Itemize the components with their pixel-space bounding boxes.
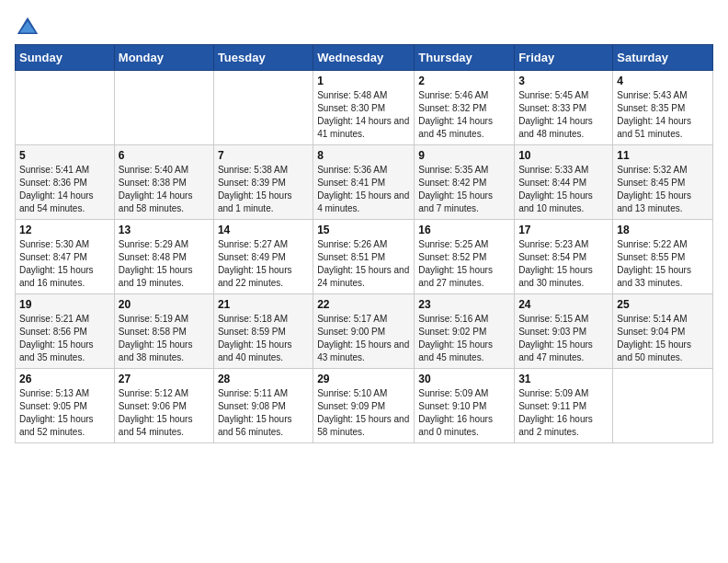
day-number: 17 [518,224,609,236]
logo-icon [15,15,40,40]
calendar-week-row: 1Sunrise: 5:48 AMSunset: 8:30 PMDaylight… [16,71,713,145]
calendar-cell: 27Sunrise: 5:12 AMSunset: 9:06 PMDayligh… [114,369,213,443]
day-info: Sunrise: 5:10 AMSunset: 9:09 PMDaylight:… [317,387,410,439]
weekday-header: Thursday [415,45,515,71]
calendar-cell: 15Sunrise: 5:26 AMSunset: 8:51 PMDayligh… [313,220,415,294]
calendar-cell: 30Sunrise: 5:09 AMSunset: 9:10 PMDayligh… [415,369,515,443]
day-number: 12 [19,224,110,236]
day-info: Sunrise: 5:30 AMSunset: 8:47 PMDaylight:… [19,238,110,290]
calendar-cell: 28Sunrise: 5:11 AMSunset: 9:08 PMDayligh… [213,369,313,443]
day-number: 7 [218,149,309,162]
calendar-week-row: 19Sunrise: 5:21 AMSunset: 8:56 PMDayligh… [16,294,713,369]
calendar-week-row: 12Sunrise: 5:30 AMSunset: 8:47 PMDayligh… [16,220,713,294]
day-number: 16 [418,224,510,236]
day-info: Sunrise: 5:45 AMSunset: 8:33 PMDaylight:… [518,89,609,141]
calendar-cell: 19Sunrise: 5:21 AMSunset: 8:56 PMDayligh… [16,294,115,369]
calendar-cell: 6Sunrise: 5:40 AMSunset: 8:38 PMDaylight… [114,145,213,220]
day-info: Sunrise: 5:41 AMSunset: 8:36 PMDaylight:… [19,164,110,215]
weekday-header: Friday [515,45,613,71]
day-info: Sunrise: 5:26 AMSunset: 8:51 PMDaylight:… [317,238,410,290]
day-info: Sunrise: 5:18 AMSunset: 8:59 PMDaylight:… [218,313,309,364]
calendar-cell [613,369,713,443]
day-number: 1 [317,75,410,87]
calendar-cell: 24Sunrise: 5:15 AMSunset: 9:03 PMDayligh… [515,294,613,369]
calendar-cell: 11Sunrise: 5:32 AMSunset: 8:45 PMDayligh… [613,145,713,220]
day-info: Sunrise: 5:22 AMSunset: 8:55 PMDaylight:… [617,238,709,290]
day-number: 15 [317,224,410,236]
calendar-cell: 29Sunrise: 5:10 AMSunset: 9:09 PMDayligh… [313,369,415,443]
day-info: Sunrise: 5:25 AMSunset: 8:52 PMDaylight:… [418,238,510,290]
calendar-cell: 14Sunrise: 5:27 AMSunset: 8:49 PMDayligh… [213,220,313,294]
day-number: 31 [518,373,609,385]
day-info: Sunrise: 5:14 AMSunset: 9:04 PMDaylight:… [617,313,709,364]
weekday-header: Tuesday [213,45,313,71]
day-number: 24 [518,298,609,311]
day-number: 19 [19,298,110,311]
day-info: Sunrise: 5:48 AMSunset: 8:30 PMDaylight:… [317,89,410,141]
calendar-header-row: SundayMondayTuesdayWednesdayThursdayFrid… [16,45,713,71]
calendar-cell: 12Sunrise: 5:30 AMSunset: 8:47 PMDayligh… [16,220,115,294]
day-info: Sunrise: 5:38 AMSunset: 8:39 PMDaylight:… [218,164,309,215]
day-number: 28 [218,373,309,385]
day-number: 6 [119,149,210,162]
day-info: Sunrise: 5:15 AMSunset: 9:03 PMDaylight:… [518,313,609,364]
day-info: Sunrise: 5:23 AMSunset: 8:54 PMDaylight:… [518,238,609,290]
day-number: 10 [518,149,609,162]
day-number: 23 [418,298,510,311]
day-info: Sunrise: 5:46 AMSunset: 8:32 PMDaylight:… [418,89,510,141]
day-number: 9 [418,149,510,162]
day-info: Sunrise: 5:11 AMSunset: 9:08 PMDaylight:… [218,387,309,439]
calendar-cell [213,71,313,145]
day-info: Sunrise: 5:32 AMSunset: 8:45 PMDaylight:… [617,164,709,215]
calendar-cell: 20Sunrise: 5:19 AMSunset: 8:58 PMDayligh… [114,294,213,369]
calendar-cell [114,71,213,145]
day-info: Sunrise: 5:19 AMSunset: 8:58 PMDaylight:… [119,313,210,364]
calendar-cell: 21Sunrise: 5:18 AMSunset: 8:59 PMDayligh… [213,294,313,369]
weekday-header: Monday [114,45,213,71]
calendar-cell [16,71,115,145]
calendar-cell: 31Sunrise: 5:09 AMSunset: 9:11 PMDayligh… [515,369,613,443]
day-info: Sunrise: 5:16 AMSunset: 9:02 PMDaylight:… [418,313,510,364]
logo [15,15,44,40]
day-info: Sunrise: 5:35 AMSunset: 8:42 PMDaylight:… [418,164,510,215]
day-number: 30 [418,373,510,385]
calendar-cell: 7Sunrise: 5:38 AMSunset: 8:39 PMDaylight… [213,145,313,220]
weekday-header: Wednesday [313,45,415,71]
day-number: 20 [119,298,210,311]
day-number: 27 [119,373,210,385]
calendar-cell: 13Sunrise: 5:29 AMSunset: 8:48 PMDayligh… [114,220,213,294]
day-number: 25 [617,298,709,311]
day-info: Sunrise: 5:43 AMSunset: 8:35 PMDaylight:… [617,89,709,141]
day-number: 26 [19,373,110,385]
calendar-cell: 16Sunrise: 5:25 AMSunset: 8:52 PMDayligh… [415,220,515,294]
calendar-cell: 4Sunrise: 5:43 AMSunset: 8:35 PMDaylight… [613,71,713,145]
calendar-cell: 18Sunrise: 5:22 AMSunset: 8:55 PMDayligh… [613,220,713,294]
calendar-cell: 2Sunrise: 5:46 AMSunset: 8:32 PMDaylight… [415,71,515,145]
calendar-table: SundayMondayTuesdayWednesdayThursdayFrid… [15,44,713,443]
day-info: Sunrise: 5:29 AMSunset: 8:48 PMDaylight:… [119,238,210,290]
day-info: Sunrise: 5:36 AMSunset: 8:41 PMDaylight:… [317,164,410,215]
calendar-week-row: 26Sunrise: 5:13 AMSunset: 9:05 PMDayligh… [16,369,713,443]
weekday-header: Saturday [613,45,713,71]
day-number: 29 [317,373,410,385]
calendar-cell: 17Sunrise: 5:23 AMSunset: 8:54 PMDayligh… [515,220,613,294]
page-header [15,15,713,40]
calendar-cell: 8Sunrise: 5:36 AMSunset: 8:41 PMDaylight… [313,145,415,220]
day-info: Sunrise: 5:27 AMSunset: 8:49 PMDaylight:… [218,238,309,290]
day-info: Sunrise: 5:21 AMSunset: 8:56 PMDaylight:… [19,313,110,364]
calendar-cell: 26Sunrise: 5:13 AMSunset: 9:05 PMDayligh… [16,369,115,443]
day-number: 13 [119,224,210,236]
day-info: Sunrise: 5:12 AMSunset: 9:06 PMDaylight:… [119,387,210,439]
day-number: 4 [617,75,709,87]
day-number: 14 [218,224,309,236]
calendar-cell: 25Sunrise: 5:14 AMSunset: 9:04 PMDayligh… [613,294,713,369]
day-number: 2 [418,75,510,87]
day-number: 18 [617,224,709,236]
calendar-cell: 23Sunrise: 5:16 AMSunset: 9:02 PMDayligh… [415,294,515,369]
weekday-header: Sunday [16,45,115,71]
day-number: 5 [19,149,110,162]
calendar-cell: 9Sunrise: 5:35 AMSunset: 8:42 PMDaylight… [415,145,515,220]
day-info: Sunrise: 5:33 AMSunset: 8:44 PMDaylight:… [518,164,609,215]
day-info: Sunrise: 5:09 AMSunset: 9:10 PMDaylight:… [418,387,510,439]
calendar-week-row: 5Sunrise: 5:41 AMSunset: 8:36 PMDaylight… [16,145,713,220]
